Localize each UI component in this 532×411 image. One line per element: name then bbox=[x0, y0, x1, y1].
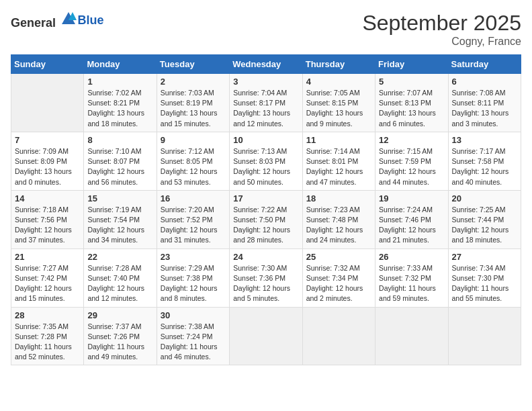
calendar-header: SundayMondayTuesdayWednesdayThursdayFrid… bbox=[11, 55, 521, 74]
calendar-cell: 18Sunrise: 7:23 AM Sunset: 7:48 PM Dayli… bbox=[302, 190, 375, 248]
day-header: Sunday bbox=[11, 55, 84, 74]
day-number: 27 bbox=[452, 252, 517, 262]
day-number: 19 bbox=[379, 193, 444, 203]
calendar-cell bbox=[11, 74, 84, 132]
day-info: Sunrise: 7:08 AM Sunset: 8:11 PM Dayligh… bbox=[452, 88, 517, 129]
day-info: Sunrise: 7:22 AM Sunset: 7:50 PM Dayligh… bbox=[233, 205, 298, 246]
day-number: 20 bbox=[452, 193, 517, 203]
calendar-cell: 20Sunrise: 7:25 AM Sunset: 7:44 PM Dayli… bbox=[448, 190, 521, 248]
day-number: 1 bbox=[87, 77, 152, 87]
day-info: Sunrise: 7:03 AM Sunset: 8:19 PM Dayligh… bbox=[161, 88, 226, 129]
logo-icon bbox=[60, 11, 77, 27]
day-number: 16 bbox=[161, 193, 226, 203]
day-number: 4 bbox=[306, 77, 371, 87]
calendar-table: SundayMondayTuesdayWednesdayThursdayFrid… bbox=[11, 54, 521, 365]
calendar-cell bbox=[302, 307, 375, 365]
day-info: Sunrise: 7:15 AM Sunset: 7:59 PM Dayligh… bbox=[379, 146, 444, 187]
calendar-cell: 28Sunrise: 7:35 AM Sunset: 7:28 PM Dayli… bbox=[11, 307, 84, 365]
calendar-cell: 30Sunrise: 7:38 AM Sunset: 7:24 PM Dayli… bbox=[157, 307, 229, 365]
day-number: 2 bbox=[161, 77, 226, 87]
day-number: 7 bbox=[15, 135, 80, 145]
calendar-cell: 6Sunrise: 7:08 AM Sunset: 8:11 PM Daylig… bbox=[448, 74, 521, 132]
calendar-cell: 3Sunrise: 7:04 AM Sunset: 8:17 PM Daylig… bbox=[230, 74, 302, 132]
calendar-week: 1Sunrise: 7:02 AM Sunset: 8:21 PM Daylig… bbox=[11, 74, 521, 132]
calendar-cell: 12Sunrise: 7:15 AM Sunset: 7:59 PM Dayli… bbox=[375, 132, 448, 190]
day-info: Sunrise: 7:13 AM Sunset: 8:03 PM Dayligh… bbox=[233, 146, 298, 187]
day-header: Thursday bbox=[302, 55, 375, 74]
calendar-cell: 9Sunrise: 7:12 AM Sunset: 8:05 PM Daylig… bbox=[157, 132, 229, 190]
day-info: Sunrise: 7:24 AM Sunset: 7:46 PM Dayligh… bbox=[379, 205, 444, 246]
day-info: Sunrise: 7:25 AM Sunset: 7:44 PM Dayligh… bbox=[452, 205, 517, 246]
day-number: 24 bbox=[233, 252, 298, 262]
day-info: Sunrise: 7:07 AM Sunset: 8:13 PM Dayligh… bbox=[379, 88, 444, 129]
calendar-cell: 7Sunrise: 7:09 AM Sunset: 8:09 PM Daylig… bbox=[11, 132, 84, 190]
day-number: 11 bbox=[306, 135, 371, 145]
day-number: 15 bbox=[87, 193, 152, 203]
day-info: Sunrise: 7:30 AM Sunset: 7:36 PM Dayligh… bbox=[233, 263, 298, 304]
calendar-cell: 5Sunrise: 7:07 AM Sunset: 8:13 PM Daylig… bbox=[375, 74, 448, 132]
logo-general: General bbox=[11, 16, 56, 30]
day-info: Sunrise: 7:27 AM Sunset: 7:42 PM Dayligh… bbox=[15, 263, 80, 304]
day-info: Sunrise: 7:35 AM Sunset: 7:28 PM Dayligh… bbox=[15, 322, 80, 363]
day-info: Sunrise: 7:20 AM Sunset: 7:52 PM Dayligh… bbox=[161, 205, 226, 246]
day-number: 5 bbox=[379, 77, 444, 87]
calendar-week: 28Sunrise: 7:35 AM Sunset: 7:28 PM Dayli… bbox=[11, 307, 521, 365]
day-info: Sunrise: 7:37 AM Sunset: 7:26 PM Dayligh… bbox=[87, 322, 152, 363]
month-title: September 2025 Cogny, France bbox=[362, 11, 521, 48]
calendar-cell bbox=[230, 307, 302, 365]
day-header: Friday bbox=[375, 55, 448, 74]
day-number: 21 bbox=[15, 252, 80, 262]
day-info: Sunrise: 7:14 AM Sunset: 8:01 PM Dayligh… bbox=[306, 146, 371, 187]
calendar-cell: 10Sunrise: 7:13 AM Sunset: 8:03 PM Dayli… bbox=[230, 132, 302, 190]
calendar-cell bbox=[448, 307, 521, 365]
calendar-cell: 11Sunrise: 7:14 AM Sunset: 8:01 PM Dayli… bbox=[302, 132, 375, 190]
calendar-cell: 1Sunrise: 7:02 AM Sunset: 8:21 PM Daylig… bbox=[84, 74, 157, 132]
calendar-cell: 4Sunrise: 7:05 AM Sunset: 8:15 PM Daylig… bbox=[302, 74, 375, 132]
calendar-cell: 21Sunrise: 7:27 AM Sunset: 7:42 PM Dayli… bbox=[11, 248, 84, 307]
calendar-cell: 25Sunrise: 7:32 AM Sunset: 7:34 PM Dayli… bbox=[302, 248, 375, 307]
page-header: General Blue September 2025 Cogny, Franc… bbox=[11, 11, 521, 48]
day-number: 6 bbox=[452, 77, 517, 87]
day-number: 23 bbox=[161, 252, 226, 262]
day-header: Wednesday bbox=[230, 55, 302, 74]
calendar-cell: 16Sunrise: 7:20 AM Sunset: 7:52 PM Dayli… bbox=[157, 190, 229, 248]
calendar-cell bbox=[375, 307, 448, 365]
calendar-cell: 14Sunrise: 7:18 AM Sunset: 7:56 PM Dayli… bbox=[11, 190, 84, 248]
day-header: Tuesday bbox=[157, 55, 229, 74]
calendar-week: 14Sunrise: 7:18 AM Sunset: 7:56 PM Dayli… bbox=[11, 190, 521, 248]
day-number: 26 bbox=[379, 252, 444, 262]
logo: General Blue bbox=[11, 11, 104, 30]
day-number: 29 bbox=[87, 310, 152, 320]
calendar-body: 1Sunrise: 7:02 AM Sunset: 8:21 PM Daylig… bbox=[11, 74, 521, 365]
day-number: 28 bbox=[15, 310, 80, 320]
day-info: Sunrise: 7:38 AM Sunset: 7:24 PM Dayligh… bbox=[161, 322, 226, 363]
calendar-cell: 8Sunrise: 7:10 AM Sunset: 8:07 PM Daylig… bbox=[84, 132, 157, 190]
calendar-cell: 15Sunrise: 7:19 AM Sunset: 7:54 PM Dayli… bbox=[84, 190, 157, 248]
day-info: Sunrise: 7:10 AM Sunset: 8:07 PM Dayligh… bbox=[87, 146, 152, 187]
day-info: Sunrise: 7:32 AM Sunset: 7:34 PM Dayligh… bbox=[306, 263, 371, 304]
calendar-cell: 19Sunrise: 7:24 AM Sunset: 7:46 PM Dayli… bbox=[375, 190, 448, 248]
day-number: 9 bbox=[161, 135, 226, 145]
day-info: Sunrise: 7:02 AM Sunset: 8:21 PM Dayligh… bbox=[87, 88, 152, 129]
day-info: Sunrise: 7:23 AM Sunset: 7:48 PM Dayligh… bbox=[306, 205, 371, 246]
day-info: Sunrise: 7:05 AM Sunset: 8:15 PM Dayligh… bbox=[306, 88, 371, 129]
day-number: 17 bbox=[233, 193, 298, 203]
day-info: Sunrise: 7:17 AM Sunset: 7:58 PM Dayligh… bbox=[452, 146, 517, 187]
day-info: Sunrise: 7:09 AM Sunset: 8:09 PM Dayligh… bbox=[15, 146, 80, 187]
logo-blue: Blue bbox=[78, 13, 104, 28]
day-number: 12 bbox=[379, 135, 444, 145]
day-number: 3 bbox=[233, 77, 298, 87]
month-year: September 2025 bbox=[362, 11, 521, 36]
calendar-cell: 17Sunrise: 7:22 AM Sunset: 7:50 PM Dayli… bbox=[230, 190, 302, 248]
day-info: Sunrise: 7:12 AM Sunset: 8:05 PM Dayligh… bbox=[161, 146, 226, 187]
day-info: Sunrise: 7:18 AM Sunset: 7:56 PM Dayligh… bbox=[15, 205, 80, 246]
calendar-cell: 29Sunrise: 7:37 AM Sunset: 7:26 PM Dayli… bbox=[84, 307, 157, 365]
day-info: Sunrise: 7:29 AM Sunset: 7:38 PM Dayligh… bbox=[161, 263, 226, 304]
calendar-cell: 24Sunrise: 7:30 AM Sunset: 7:36 PM Dayli… bbox=[230, 248, 302, 307]
calendar-cell: 26Sunrise: 7:33 AM Sunset: 7:32 PM Dayli… bbox=[375, 248, 448, 307]
day-info: Sunrise: 7:19 AM Sunset: 7:54 PM Dayligh… bbox=[87, 205, 152, 246]
day-number: 14 bbox=[15, 193, 80, 203]
calendar-week: 7Sunrise: 7:09 AM Sunset: 8:09 PM Daylig… bbox=[11, 132, 521, 190]
calendar-cell: 2Sunrise: 7:03 AM Sunset: 8:19 PM Daylig… bbox=[157, 74, 229, 132]
day-info: Sunrise: 7:34 AM Sunset: 7:30 PM Dayligh… bbox=[452, 263, 517, 304]
